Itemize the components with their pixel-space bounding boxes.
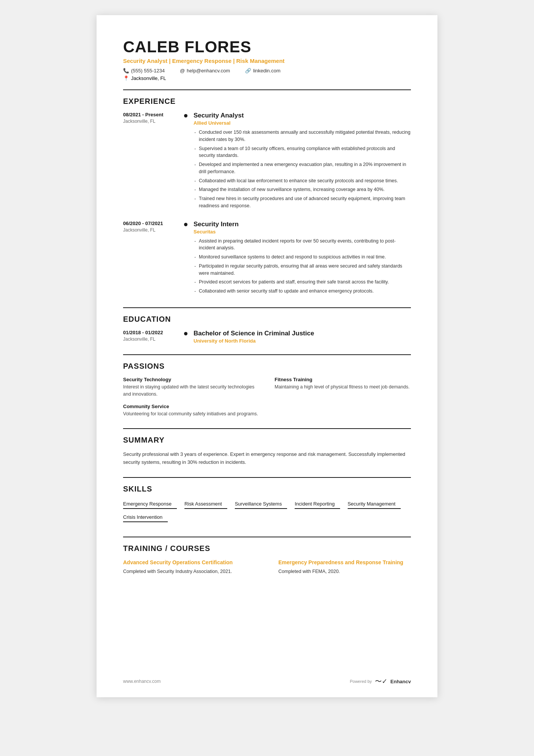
training-divider: [123, 537, 411, 537]
skills-section: SKILLS Emergency Response Risk Assessmen…: [123, 485, 411, 526]
education-section: EDUCATION 01/2018 - 01/2022 Jacksonville…: [123, 315, 411, 344]
exp1-date-location: 08/2021 - Present Jacksonville, FL: [123, 112, 184, 211]
education-title: EDUCATION: [123, 315, 411, 324]
summary-divider: [123, 428, 411, 429]
bullet-item: Managed the installation of new surveill…: [194, 186, 411, 193]
training-item-2: Emergency Preparedness and Response Trai…: [278, 559, 411, 575]
footer-website: www.enhancv.com: [123, 679, 161, 684]
enhancv-brand-name: Enhancv: [390, 679, 411, 684]
exp1-dot: [184, 112, 187, 211]
linkedin-contact: 🔗 linkedin.com: [245, 68, 280, 74]
header: CALEB FLORES Security Analyst | Emergenc…: [123, 38, 411, 81]
bullet-item: Collaborated with local law enforcement …: [194, 177, 411, 185]
passion3-title: Community Service: [123, 404, 259, 409]
exp2-date: 06/2020 - 07/2021: [123, 221, 184, 226]
timeline-dot-1: [184, 114, 187, 117]
skills-container: Emergency Response Risk Assessment Surve…: [123, 499, 411, 526]
passion2-title: Fitness Training: [275, 377, 411, 382]
exp2-location: Jacksonville, FL: [123, 227, 184, 233]
education-divider: [123, 307, 411, 308]
exp2-date-location: 06/2020 - 07/2021 Jacksonville, FL: [123, 221, 184, 297]
skill-tag-0: Emergency Response: [123, 499, 177, 509]
training-item-1: Advanced Security Operations Certificati…: [123, 559, 256, 575]
experience-section: EXPERIENCE 08/2021 - Present Jacksonvill…: [123, 97, 411, 297]
exp1-content: Security Analyst Allied Universal Conduc…: [194, 112, 411, 211]
phone-number: (555) 555-1234: [131, 68, 165, 74]
resume-page: CALEB FLORES Security Analyst | Emergenc…: [97, 15, 437, 697]
skills-divider: [123, 477, 411, 478]
email-address: help@enhancv.com: [187, 68, 230, 74]
skill-tag-1: Risk Assessment: [184, 499, 227, 509]
header-subtitle: Security Analyst | Emergency Response | …: [123, 58, 411, 64]
passions-divider: [123, 354, 411, 355]
edu1-date-location: 01/2018 - 01/2022 Jacksonville, FL: [123, 330, 184, 344]
training-title: TRAINING / COURSES: [123, 544, 411, 553]
edu1-school: University of North Florida: [194, 338, 411, 344]
header-divider: [123, 89, 411, 90]
exp1-company: Allied Universal: [194, 120, 411, 126]
passion3-desc: Volunteering for local community safety …: [123, 410, 259, 418]
training-section: TRAINING / COURSES Advanced Security Ope…: [123, 544, 411, 575]
timeline-dot-2: [184, 223, 187, 226]
experience-item-1: 08/2021 - Present Jacksonville, FL Secur…: [123, 112, 411, 211]
bullet-item: Participated in regular security patrols…: [194, 263, 411, 277]
training1-desc: Completed with Security Industry Associa…: [123, 568, 256, 575]
email-icon: @: [180, 68, 185, 74]
phone-icon: 📞: [123, 68, 129, 74]
bullet-item: Trained new hires in security procedures…: [194, 195, 411, 210]
edu1-dot: [184, 330, 187, 344]
enhancv-logo-icon: 〜✓: [375, 677, 387, 686]
phone-contact: 📞 (555) 555-1234: [123, 68, 165, 74]
training-grid: Advanced Security Operations Certificati…: [123, 559, 411, 575]
skill-tag-3: Incident Reporting: [295, 499, 340, 509]
exp2-title: Security Intern: [194, 221, 411, 228]
passions-title: PASSIONS: [123, 362, 411, 371]
edu1-date: 01/2018 - 01/2022: [123, 330, 184, 335]
link-icon: 🔗: [245, 68, 251, 74]
exp2-bullets: Assisted in preparing detailed incident …: [194, 238, 411, 295]
exp1-title: Security Analyst: [194, 112, 411, 119]
summary-title: SUMMARY: [123, 436, 411, 445]
exp2-company: Securitas: [194, 229, 411, 235]
passion-item-2: Fitness Training Maintaining a high leve…: [275, 377, 411, 398]
exp2-dot: [184, 221, 187, 297]
exp1-bullets: Conducted over 150 risk assessments annu…: [194, 129, 411, 210]
skill-tag-5: Crisis Intervention: [123, 513, 168, 522]
bullet-item: Collaborated with senior security staff …: [194, 288, 411, 295]
location-text: Jacksonville, FL: [131, 75, 166, 81]
training1-title: Advanced Security Operations Certificati…: [123, 559, 256, 567]
edu1-location: Jacksonville, FL: [123, 337, 184, 342]
education-item-1: 01/2018 - 01/2022 Jacksonville, FL Bache…: [123, 330, 411, 344]
skill-tag-2: Surveillance Systems: [235, 499, 287, 509]
location-contact: 📍 Jacksonville, FL: [123, 75, 411, 81]
bullet-item: Provided escort services for patients an…: [194, 279, 411, 286]
edu1-degree: Bachelor of Science in Criminal Justice: [194, 330, 411, 337]
powered-by-label: Powered by: [350, 679, 372, 684]
passion1-title: Security Technology: [123, 377, 259, 382]
bullet-item: Conducted over 150 risk assessments annu…: [194, 129, 411, 143]
skill-tag-4: Security Management: [348, 499, 401, 509]
footer-brand: Powered by 〜✓ Enhancv: [350, 677, 411, 686]
passion-item-3: Community Service Volunteering for local…: [123, 404, 259, 418]
bullet-item: Developed and implemented a new emergenc…: [194, 161, 411, 175]
experience-item-2: 06/2020 - 07/2021 Jacksonville, FL Secur…: [123, 221, 411, 297]
passions-section: PASSIONS Security Technology Interest in…: [123, 362, 411, 418]
training2-desc: Completed with FEMA, 2020.: [278, 568, 411, 575]
page-footer: www.enhancv.com Powered by 〜✓ Enhancv: [123, 677, 411, 686]
experience-title: EXPERIENCE: [123, 97, 411, 106]
bullet-item: Monitored surveillance systems to detect…: [194, 254, 411, 261]
exp1-location: Jacksonville, FL: [123, 119, 184, 124]
passion1-desc: Interest in staying updated with the lat…: [123, 383, 259, 398]
passions-grid: Security Technology Interest in staying …: [123, 377, 411, 418]
exp1-date: 08/2021 - Present: [123, 112, 184, 117]
candidate-name: CALEB FLORES: [123, 38, 411, 56]
contact-info: 📞 (555) 555-1234 @ help@enhancv.com 🔗 li…: [123, 68, 411, 74]
timeline-dot-3: [184, 332, 187, 335]
skills-title: SKILLS: [123, 485, 411, 493]
location-icon: 📍: [123, 75, 129, 81]
edu1-content: Bachelor of Science in Criminal Justice …: [194, 330, 411, 344]
passion2-desc: Maintaining a high level of physical fit…: [275, 383, 411, 391]
passion-item-1: Security Technology Interest in staying …: [123, 377, 259, 398]
email-contact: @ help@enhancv.com: [180, 68, 230, 74]
bullet-item: Supervised a team of 10 security officer…: [194, 145, 411, 160]
